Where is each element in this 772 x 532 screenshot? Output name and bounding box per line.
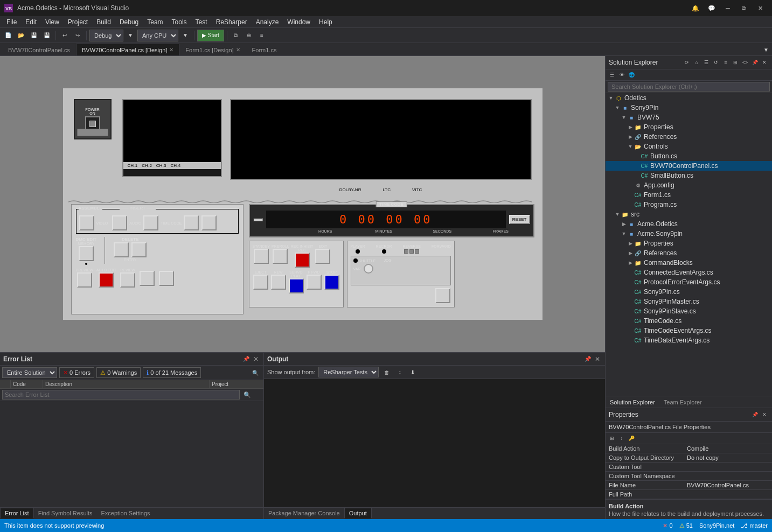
error-panel-pin[interactable]: 📌 xyxy=(242,355,251,363)
delete-btn2[interactable] xyxy=(131,242,147,257)
menu-window[interactable]: Window xyxy=(283,17,315,27)
tree-timedata-event[interactable]: C# TimeDataEventArgs.cs xyxy=(606,335,772,345)
notifications-icon[interactable]: 🔔 xyxy=(688,3,703,13)
menu-analyze[interactable]: Analyze xyxy=(252,17,283,27)
reset-button[interactable]: RESET xyxy=(509,215,530,224)
power-dropdown[interactable] xyxy=(77,129,108,136)
se-refresh-btn[interactable]: ↺ xyxy=(712,58,720,67)
output-panel-close[interactable]: ✕ xyxy=(593,355,602,363)
feedback-icon[interactable]: 💬 xyxy=(704,3,719,13)
tree-program-cs[interactable]: C# Program.cs xyxy=(606,200,772,209)
tab-bvw-cs[interactable]: BVW70ControlPanel.cs xyxy=(2,44,76,55)
save-all-btn[interactable]: 💾 xyxy=(41,30,53,41)
redo-btn[interactable]: ↪ xyxy=(72,30,84,41)
ffwd-btn[interactable] xyxy=(307,275,322,290)
errors-filter-btn[interactable]: ✕ 0 Errors xyxy=(59,367,94,378)
new-project-btn[interactable]: 📄 xyxy=(2,30,14,41)
extra-btn1[interactable] xyxy=(140,271,155,286)
rec-btn[interactable] xyxy=(295,253,310,268)
restore-button[interactable]: ⧉ xyxy=(736,3,752,13)
se-tb-props[interactable]: ☰ xyxy=(608,71,616,79)
audio-btn[interactable] xyxy=(143,215,158,230)
dmc-btn[interactable] xyxy=(79,246,94,261)
menu-test[interactable]: Test xyxy=(191,17,212,27)
tree-properties[interactable]: ▶ 📁 Properties xyxy=(606,122,772,132)
tree-button-cs[interactable]: C# Button.cs xyxy=(606,151,772,161)
tab-close-form1-design[interactable]: ✕ xyxy=(236,47,240,53)
timecode-input-box[interactable] xyxy=(253,218,263,221)
tb-extra3[interactable]: ≡ xyxy=(256,30,268,41)
tree-sony9pin-cs[interactable]: C# Sony9Pin.cs xyxy=(606,287,772,297)
tree-src[interactable]: ▼ 📁 src xyxy=(606,209,772,219)
tb-extra2[interactable]: ⊕ xyxy=(243,30,255,41)
close-button[interactable]: ✕ xyxy=(753,3,768,13)
menu-project[interactable]: Project xyxy=(64,17,92,27)
se-code-btn[interactable]: <> xyxy=(741,58,749,67)
menu-team[interactable]: Team xyxy=(143,17,167,27)
package-manager-tab[interactable]: Package Manager Console xyxy=(264,508,344,519)
review-btn[interactable] xyxy=(120,272,135,288)
tree-commandblocks[interactable]: ▶ 📁 CommandBlocks xyxy=(606,258,772,268)
tab-form1-design[interactable]: Form1.cs [Design] ✕ xyxy=(179,44,246,55)
tree-acme-odetics[interactable]: ▶ ■ Acme.Odetics xyxy=(606,219,772,229)
tree-connected-event[interactable]: C# ConnectedEventArgs.cs xyxy=(606,268,772,277)
extra-btn2[interactable] xyxy=(159,271,174,286)
output-clear-btn[interactable]: 🗑 xyxy=(382,367,392,377)
tree-protocol-error[interactable]: C# ProtocolErrorEventArgs.cs xyxy=(606,277,772,287)
auto-edit-btn[interactable] xyxy=(99,272,114,288)
output-wrap-btn[interactable]: ↕ xyxy=(395,367,405,377)
tree-bvw70-cs[interactable]: C# BVW70ControlPanel.cs xyxy=(606,161,772,171)
edit-btn[interactable] xyxy=(315,249,330,264)
var-knob[interactable] xyxy=(364,264,373,274)
assemble-btn[interactable] xyxy=(79,215,94,230)
tree-timecode[interactable]: C# TimeCode.cs xyxy=(606,316,772,326)
platform-dropdown-btn[interactable]: ▼ xyxy=(179,30,191,41)
error-search-icon[interactable]: 🔍 xyxy=(244,391,251,398)
se-tb-web[interactable]: 🌐 xyxy=(627,71,636,79)
error-search-input[interactable] xyxy=(2,390,240,400)
props-close-btn[interactable]: ✕ xyxy=(760,410,769,419)
scope-dropdown[interactable]: Entire Solution xyxy=(2,367,57,378)
video-btn[interactable] xyxy=(112,215,127,230)
tree-acme-properties[interactable]: ▶ 📁 Properties xyxy=(606,239,772,248)
se-props-btn[interactable]: ☰ xyxy=(702,58,711,67)
se-expand-btn[interactable]: ⊞ xyxy=(731,58,740,67)
output-panel-pin[interactable]: 📌 xyxy=(583,355,592,363)
solution-explorer-tab[interactable]: Solution Explorer xyxy=(606,398,659,407)
find-symbol-tab[interactable]: Find Symbol Results xyxy=(34,508,97,519)
error-panel-close[interactable]: ✕ xyxy=(252,355,260,363)
tree-references-bvw[interactable]: ▶ 🔗 References xyxy=(606,132,772,142)
messages-filter-btn[interactable]: ℹ 0 of 21 Messages xyxy=(143,367,201,378)
menu-edit[interactable]: Edit xyxy=(21,17,41,27)
preview-btn[interactable] xyxy=(77,272,92,288)
props-tb-key[interactable]: 🔑 xyxy=(627,434,636,443)
insert-extra-btn[interactable] xyxy=(201,215,217,230)
undo-btn[interactable]: ↩ xyxy=(59,30,71,41)
menu-resharper[interactable]: ReSharper xyxy=(212,17,252,27)
tree-odetics[interactable]: ▼ ⬡ Odetics xyxy=(606,93,772,103)
se-close-btn[interactable]: ✕ xyxy=(760,58,769,67)
se-sync-btn[interactable]: ⟳ xyxy=(683,58,691,67)
team-explorer-tab[interactable]: Team Explorer xyxy=(659,398,706,407)
output-tab[interactable]: Output xyxy=(344,508,372,519)
error-list-tab[interactable]: Error List xyxy=(0,508,34,519)
tree-appconfig[interactable]: ⚙ App.config xyxy=(606,180,772,190)
search-errors-btn[interactable]: 🔍 xyxy=(249,367,261,379)
menu-build[interactable]: Build xyxy=(92,17,115,27)
tree-form1-cs[interactable]: C# Form1.cs xyxy=(606,190,772,200)
designer-canvas[interactable]: POWERON CH-1 CH-2 CH-3 CH-4 xyxy=(0,56,605,352)
play-btn[interactable] xyxy=(289,278,304,293)
debug-config-dropdown[interactable]: Debug xyxy=(89,30,123,41)
menu-file[interactable]: File xyxy=(2,17,21,27)
tree-acme-sony9pin[interactable]: ▼ ■ Acme.Sony9pin xyxy=(606,229,772,239)
start-button[interactable]: ▶ Start xyxy=(197,30,224,41)
tab-close-design[interactable]: ✕ xyxy=(169,47,173,53)
minimize-button[interactable]: ─ xyxy=(720,3,735,13)
se-search-input[interactable] xyxy=(608,82,770,92)
props-tb-grid[interactable]: ⊞ xyxy=(608,434,616,443)
delete-btn1[interactable] xyxy=(114,242,129,257)
tree-smallbutton-cs[interactable]: C# SmallButton.cs xyxy=(606,171,772,180)
tab-form1-cs[interactable]: Form1.cs xyxy=(246,44,283,55)
platform-dropdown[interactable]: Any CPU xyxy=(137,30,178,41)
save-btn[interactable]: 💾 xyxy=(28,30,40,41)
